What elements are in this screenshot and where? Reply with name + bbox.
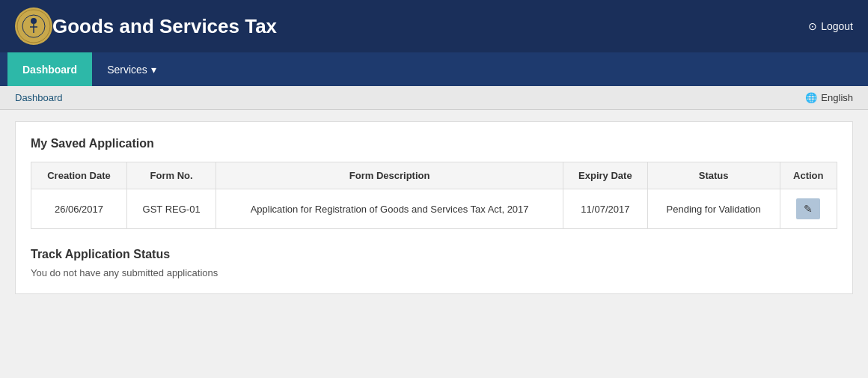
breadcrumb-dashboard-link[interactable]: Dashboard	[15, 92, 63, 103]
track-status-subtitle: You do not have any submitted applicatio…	[31, 267, 837, 278]
track-status-title: Track Application Status	[31, 248, 837, 261]
language-label: English	[821, 92, 853, 103]
logout-icon: ⊙	[808, 20, 817, 32]
language-selector[interactable]: 🌐 English	[805, 92, 853, 103]
table-row: 26/06/2017 GST REG-01 Application for Re…	[31, 189, 837, 229]
header: Goods and Services Tax ⊙ Logout	[0, 0, 868, 52]
svg-point-2	[31, 18, 37, 24]
cell-expiry-date: 11/07/2017	[563, 189, 647, 229]
logout-label: Logout	[821, 20, 853, 32]
logo-emblem	[15, 7, 52, 45]
services-label: Services	[107, 64, 147, 76]
col-expiry-date: Expiry Date	[563, 162, 647, 189]
cell-status: Pending for Validation	[647, 189, 780, 229]
cell-action: ✎	[780, 189, 837, 229]
saved-applications-section: My Saved Application Creation Date Form …	[31, 137, 837, 229]
cell-form-no: GST REG-01	[126, 189, 216, 229]
table-header-row: Creation Date Form No. Form Description …	[31, 162, 837, 189]
app-title: Goods and Services Tax	[52, 15, 808, 38]
navbar: Dashboard Services ▾	[0, 52, 868, 86]
globe-icon: 🌐	[805, 92, 817, 103]
logout-button[interactable]: ⊙ Logout	[808, 20, 853, 32]
services-nav-button[interactable]: Services ▾	[92, 52, 171, 86]
track-status-section: Track Application Status You do not have…	[31, 248, 837, 278]
breadcrumb-bar: Dashboard 🌐 English	[0, 86, 868, 110]
edit-action-button[interactable]: ✎	[796, 198, 820, 219]
col-form-description: Form Description	[216, 162, 563, 189]
col-creation-date: Creation Date	[31, 162, 127, 189]
saved-applications-table: Creation Date Form No. Form Description …	[31, 162, 837, 229]
col-action: Action	[780, 162, 837, 189]
col-form-no: Form No.	[126, 162, 216, 189]
col-status: Status	[647, 162, 780, 189]
dashboard-nav-button[interactable]: Dashboard	[7, 52, 92, 86]
services-dropdown-icon: ▾	[151, 64, 156, 76]
cell-form-description: Application for Registration of Goods an…	[216, 189, 563, 229]
saved-applications-title: My Saved Application	[31, 137, 837, 150]
cell-creation-date: 26/06/2017	[31, 189, 127, 229]
main-content: My Saved Application Creation Date Form …	[15, 121, 853, 294]
